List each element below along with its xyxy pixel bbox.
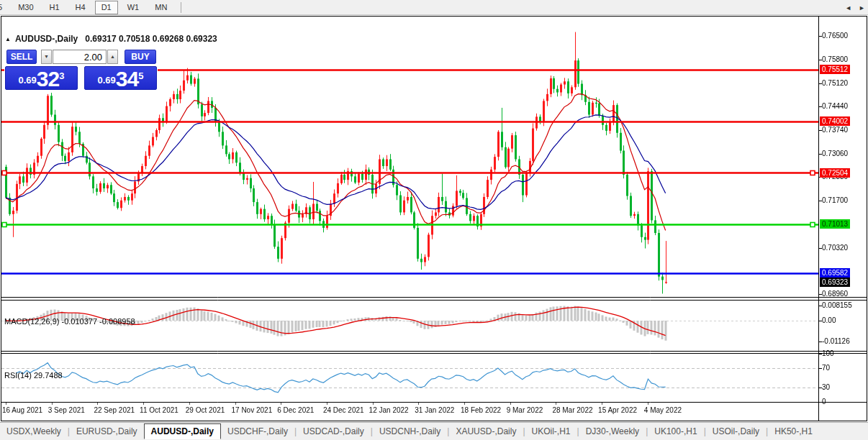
date-axis-label: 28 Mar 2022 bbox=[552, 406, 592, 414]
chart-tab-eurusd-daily[interactable]: EURUSD-,Daily bbox=[70, 424, 144, 439]
rsi-label: RSI(14) 29.7488 bbox=[4, 371, 63, 380]
collapse-arrow-icon[interactable]: ▲ bbox=[5, 36, 11, 42]
tab-scroll-right-icon[interactable]: ► bbox=[859, 4, 865, 12]
price-scale-tick: 0.70320 bbox=[822, 244, 848, 252]
date-axis-label: 6 Dec 2021 bbox=[277, 406, 314, 414]
rsi-scale-tick: 100 bbox=[822, 349, 834, 357]
chart-tab-usdchf-daily[interactable]: USDCHF-,Daily bbox=[221, 424, 294, 439]
rsi-scale-tick: 30 bbox=[822, 383, 830, 391]
chart-tab-ukoil-h1[interactable]: UKOil-,H1 bbox=[525, 424, 577, 439]
ask-price-button[interactable]: 0.69345 bbox=[84, 66, 157, 90]
date-axis-label: 18 Feb 2022 bbox=[461, 406, 501, 414]
macd-scale-tick: -0.01126 bbox=[822, 337, 850, 345]
bid-price-main: 32 bbox=[37, 67, 59, 90]
rsi-scale-tick: 70 bbox=[822, 364, 830, 372]
timeframe-button-m30[interactable]: M30 bbox=[12, 1, 40, 14]
buy-button[interactable]: BUY bbox=[125, 50, 156, 64]
date-axis-label: 3 Sep 2021 bbox=[48, 406, 85, 414]
price-scale-tick: 0.68960 bbox=[822, 290, 848, 298]
price-scale-tick: 0.75800 bbox=[822, 55, 848, 63]
chart-title: ▲AUDUSD-,Daily0.69317 0.70518 0.69268 0.… bbox=[5, 34, 217, 44]
macd-scale-tick: 0.00 bbox=[822, 316, 836, 324]
tab-scroll-arrows: ◄► bbox=[838, 4, 865, 12]
one-click-trading-panel: SELL ▼ 2.00 ▲ BUY 0.69323 0.69345 bbox=[4, 47, 158, 91]
date-axis-label: 15 Apr 2022 bbox=[598, 406, 637, 414]
volume-increase-button[interactable]: ▲ bbox=[107, 50, 118, 64]
level-price-tag: 0.75512 bbox=[820, 65, 850, 74]
bid-price-button[interactable]: 0.69323 bbox=[5, 66, 78, 90]
chart-tab-uk100-h1[interactable]: UK100-,H1 bbox=[648, 424, 703, 439]
price-scale-tick: 0.75120 bbox=[822, 79, 848, 87]
current-price-tag: 0.69323 bbox=[820, 278, 850, 287]
price-scale-tick: 0.71700 bbox=[822, 196, 848, 204]
timeframe-button-h4[interactable]: H4 bbox=[69, 1, 92, 14]
macd-label: MACD(12,26,9) -0.010377 -0.008958 bbox=[4, 317, 135, 326]
chart-tab-usdcad-daily[interactable]: USDCAD-,Daily bbox=[297, 424, 371, 439]
chart-tab-dj30-weekly[interactable]: DJ30-,Weekly bbox=[579, 424, 646, 439]
price-scale-tick: 0.73740 bbox=[822, 126, 848, 134]
volume-decrease-button[interactable]: ▼ bbox=[41, 50, 52, 64]
date-axis-label: 31 Jan 2022 bbox=[415, 406, 454, 414]
symbol-tab-bar: USDX,Weekly|EURUSD-,DailyAUDUSD-,DailyUS… bbox=[0, 422, 868, 440]
level-price-tag: 0.74002 bbox=[820, 116, 850, 126]
ask-price-pip: 5 bbox=[138, 70, 143, 81]
level-price-tag: 0.69582 bbox=[820, 268, 850, 278]
level-price-tag: 0.71013 bbox=[820, 219, 850, 229]
rsi-scale-tick: 0 bbox=[822, 398, 826, 405]
timeframe-button-h1[interactable]: H1 bbox=[43, 1, 66, 14]
date-axis-label: 4 May 2022 bbox=[644, 406, 682, 414]
chart-tab-hk50-h1[interactable]: HK50-,H1 bbox=[768, 424, 819, 439]
date-axis-label: 22 Sep 2021 bbox=[94, 406, 135, 414]
date-axis-label: 29 Oct 2021 bbox=[186, 406, 225, 414]
macd-scale-tick: 0.008155 bbox=[822, 301, 852, 309]
date-axis-label: 17 Nov 2021 bbox=[232, 406, 273, 414]
tab-scroll-left-icon[interactable]: ◄ bbox=[845, 4, 851, 12]
chart-tab-usdx-weekly[interactable]: USDX,Weekly bbox=[0, 424, 68, 439]
ask-price-prefix: 0.69 bbox=[98, 75, 116, 86]
chart-ohlc-values: 0.69317 0.70518 0.69268 0.69323 bbox=[85, 34, 217, 44]
chart-tab-usdcnh-daily[interactable]: USDCNH-,Daily bbox=[373, 424, 447, 439]
chart-tab-audusd-daily[interactable]: AUDUSD-,Daily bbox=[144, 423, 221, 439]
toolbar-separator bbox=[181, 2, 181, 13]
price-scale-tick: 0.74440 bbox=[822, 102, 848, 110]
chart-tab-usoil-daily[interactable]: USOil-,Daily bbox=[706, 424, 766, 439]
timeframe-button-d1[interactable]: D1 bbox=[95, 1, 118, 14]
date-axis-label: 16 Aug 2021 bbox=[2, 406, 42, 414]
sell-button[interactable]: SELL bbox=[6, 50, 37, 64]
bid-price-pip: 3 bbox=[59, 70, 64, 81]
price-scale-tick: 0.73060 bbox=[822, 150, 848, 157]
date-axis-label: 24 Dec 2021 bbox=[323, 406, 364, 414]
bid-price-prefix: 0.69 bbox=[19, 75, 37, 86]
timeframe-button-5[interactable]: 5 bbox=[0, 1, 9, 14]
timeframe-toolbar: 5M30H1H4D1W1MN bbox=[0, 0, 868, 15]
chart-window: ▲AUDUSD-,Daily0.69317 0.70518 0.69268 0.… bbox=[0, 16, 868, 421]
timeframe-button-w1[interactable]: W1 bbox=[121, 1, 146, 14]
volume-input[interactable]: 2.00 bbox=[53, 50, 107, 64]
level-price-tag: 0.72504 bbox=[820, 168, 850, 178]
chart-tab-xauusd-daily[interactable]: XAUUSD-,Daily bbox=[449, 424, 523, 439]
chart-symbol-period: AUDUSD-,Daily bbox=[15, 34, 78, 44]
timeframe-button-mn[interactable]: MN bbox=[148, 1, 173, 14]
trading-terminal: 5M30H1H4D1W1MN ▲AUDUSD-,Daily0.69317 0.7… bbox=[0, 0, 868, 440]
date-axis-label: 9 Mar 2022 bbox=[507, 406, 543, 414]
date-axis-label: 11 Oct 2021 bbox=[140, 406, 178, 414]
ask-price-main: 34 bbox=[116, 67, 138, 90]
date-axis-label: 12 Jan 2022 bbox=[369, 406, 409, 414]
price-scale-tick: 0.76500 bbox=[822, 32, 848, 40]
